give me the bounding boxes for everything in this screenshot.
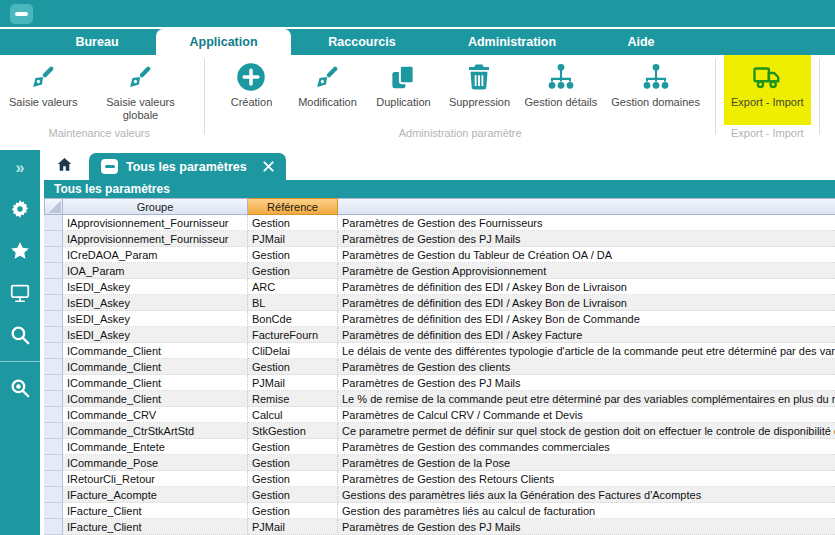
row-selector[interactable] xyxy=(44,487,63,503)
cell-reference: Gestion xyxy=(248,359,338,375)
table-row[interactable]: ICommande_CtrStkArtStdStkGestionCe param… xyxy=(44,423,835,439)
cr-ation-button[interactable]: Création xyxy=(213,55,289,125)
monitor-icon[interactable] xyxy=(9,282,31,304)
button-label: Gestion domaines xyxy=(611,96,700,109)
cell-reference: CliDelai xyxy=(248,343,338,359)
row-selector[interactable] xyxy=(44,263,63,279)
table-row[interactable]: ICreDAOA_ParamGestionParamètres de Gesti… xyxy=(44,247,835,263)
table-header-row: GroupeRéférence xyxy=(44,198,835,215)
row-selector[interactable] xyxy=(44,359,63,375)
settings-gear-icon[interactable] xyxy=(9,198,31,220)
export-import-button[interactable]: Export - Import xyxy=(724,55,811,125)
row-selector[interactable] xyxy=(44,247,63,263)
saisie-valeurs-button[interactable]: Saisie valeurs xyxy=(2,55,84,125)
expand-sidebar-chevron-icon[interactable]: » xyxy=(16,160,25,176)
table-row[interactable]: IFacture_ClientPJMailParamètres de Gesti… xyxy=(44,519,835,535)
row-selector[interactable] xyxy=(44,311,63,327)
row-selector[interactable] xyxy=(44,279,63,295)
button-label: Modification xyxy=(298,96,357,109)
gestion-d-tails-button[interactable]: Gestion détails xyxy=(517,55,604,125)
ribbon-tab-aide[interactable]: Aide xyxy=(591,29,691,55)
cell-groupe: IsEDI_Askey xyxy=(63,327,248,343)
table-row[interactable]: IApprovisionnement_FournisseurGestionPar… xyxy=(44,215,835,231)
cell-designation: Paramètres de Gestion des Retours Client… xyxy=(338,471,835,487)
ribbon-tab-application[interactable]: Application xyxy=(156,29,291,55)
tab-home[interactable] xyxy=(44,153,84,180)
table-row[interactable]: ICommande_EnteteGestionParamètres de Ges… xyxy=(44,439,835,455)
table-row[interactable]: IApprovisionnement_FournisseurPJMailPara… xyxy=(44,231,835,247)
modification-button[interactable]: Modification xyxy=(289,55,365,125)
row-selector[interactable] xyxy=(44,295,63,311)
pen-icon xyxy=(28,62,58,92)
sidebar: » xyxy=(0,150,40,535)
row-selector[interactable] xyxy=(44,343,63,359)
table-row[interactable]: IOA_ParamGestionParamètre de Gestion App… xyxy=(44,263,835,279)
row-selector[interactable] xyxy=(44,423,63,439)
search-icon[interactable] xyxy=(9,324,31,346)
view-title-text: Tous les paramètres xyxy=(54,182,170,196)
tab-tous-les-parametres[interactable]: Tous les paramètres xyxy=(89,153,286,180)
close-tab-icon[interactable] xyxy=(263,161,274,172)
cell-groupe: IFacture_Client xyxy=(63,519,248,535)
row-selector[interactable] xyxy=(44,455,63,471)
table-row[interactable]: IsEDI_AskeyBonCdeParamètres de définitio… xyxy=(44,311,835,327)
cell-reference: BL xyxy=(248,295,338,311)
cell-groupe: ICommande_Pose xyxy=(63,455,248,471)
table-row[interactable]: IRetourCli_RetourGestionParamètres de Ge… xyxy=(44,471,835,487)
row-selector[interactable] xyxy=(44,231,63,247)
tab-title: Tous les paramètres xyxy=(126,160,247,174)
table-row[interactable]: ICommande_PoseGestionParamètres de Gesti… xyxy=(44,455,835,471)
cell-groupe: IOA_Param xyxy=(63,263,248,279)
table-row[interactable]: IsEDI_AskeyARCParamètres de définition d… xyxy=(44,279,835,295)
button-label: Saisie valeurs xyxy=(9,96,77,109)
table-row[interactable]: ICommande_ClientGestionParamètres de Ges… xyxy=(44,359,835,375)
gestion-domaines-button[interactable]: Gestion domaines xyxy=(604,55,707,125)
search-location-icon[interactable] xyxy=(9,377,31,399)
cell-reference: PJMail xyxy=(248,231,338,247)
button-label: Suppression xyxy=(449,96,510,109)
column-header-r-f-rence[interactable]: Référence xyxy=(248,198,338,215)
suppression-button[interactable]: Suppression xyxy=(441,55,517,125)
table-row[interactable]: ICommande_ClientCliDelaiLe délais de ven… xyxy=(44,343,835,359)
table-row[interactable]: IFacture_AcompteGestionGestions des para… xyxy=(44,487,835,503)
cell-designation: Gestions des paramètres liés aux la Géné… xyxy=(338,487,835,503)
table-row[interactable]: IsEDI_AskeyBLParamètres de définition de… xyxy=(44,295,835,311)
hierarchy-icon xyxy=(546,62,576,92)
cell-reference: PJMail xyxy=(248,375,338,391)
ribbon-tab-bureau[interactable]: Bureau xyxy=(38,29,156,55)
ribbon-tab-raccourcis[interactable]: Raccourcis xyxy=(291,29,433,55)
cell-groupe: IFacture_Acompte xyxy=(63,487,248,503)
row-selector[interactable] xyxy=(44,407,63,423)
row-selector[interactable] xyxy=(44,375,63,391)
cell-reference: Gestion xyxy=(248,439,338,455)
cell-designation: Le % de remise de la commande peut etre … xyxy=(338,391,835,407)
row-selector[interactable] xyxy=(44,471,63,487)
duplication-button[interactable]: Duplication xyxy=(365,55,441,125)
column-header-groupe[interactable]: Groupe xyxy=(63,198,248,215)
cell-designation: Paramètres de Gestion du Tableur de Créa… xyxy=(338,247,835,263)
table-row[interactable]: ICommande_ClientRemiseLe % de remise de … xyxy=(44,391,835,407)
saisie-valeurs-globale-button[interactable]: Saisie valeurs globale xyxy=(84,55,196,125)
row-selector[interactable] xyxy=(44,519,63,535)
truck-icon xyxy=(752,62,782,92)
row-selector[interactable] xyxy=(44,503,63,519)
hierarchy-icon xyxy=(641,62,671,92)
select-all-corner[interactable] xyxy=(44,198,63,215)
cell-reference: StkGestion xyxy=(248,423,338,439)
row-selector[interactable] xyxy=(44,439,63,455)
table-row[interactable]: ICommande_CRVCalculParamètres de Calcul … xyxy=(44,407,835,423)
table-row[interactable]: IFacture_ClientGestionGestion des paramè… xyxy=(44,503,835,519)
row-selector[interactable] xyxy=(44,215,63,231)
column-header-designation[interactable] xyxy=(338,198,835,215)
favorites-star-icon[interactable] xyxy=(9,240,31,262)
row-selector[interactable] xyxy=(44,327,63,343)
cell-groupe: ICommande_Entete xyxy=(63,439,248,455)
cell-groupe: IApprovisionnement_Fournisseur xyxy=(63,231,248,247)
cell-groupe: IRetourCli_Retour xyxy=(63,471,248,487)
table-row[interactable]: IsEDI_AskeyFactureFournParamètres de déf… xyxy=(44,327,835,343)
cell-reference: Gestion xyxy=(248,215,338,231)
pen-icon xyxy=(312,62,342,92)
ribbon-tab-administration[interactable]: Administration xyxy=(433,29,591,55)
row-selector[interactable] xyxy=(44,391,63,407)
table-row[interactable]: ICommande_ClientPJMailParamètres de Gest… xyxy=(44,375,835,391)
